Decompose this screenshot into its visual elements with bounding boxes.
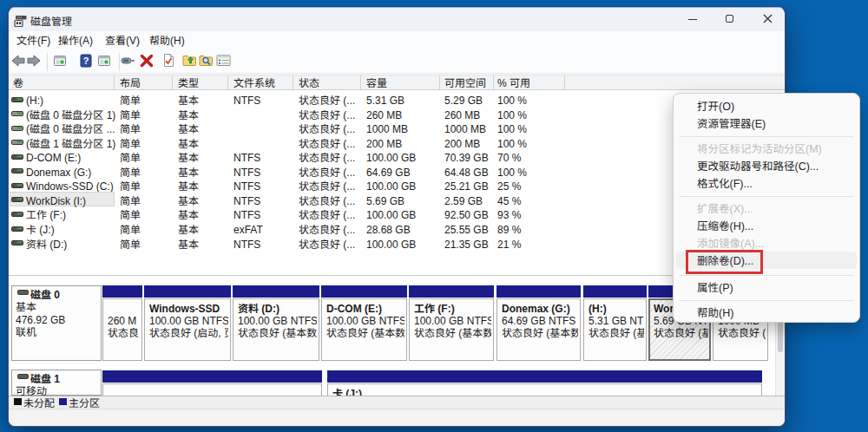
svg-text:?: ? — [83, 56, 89, 66]
